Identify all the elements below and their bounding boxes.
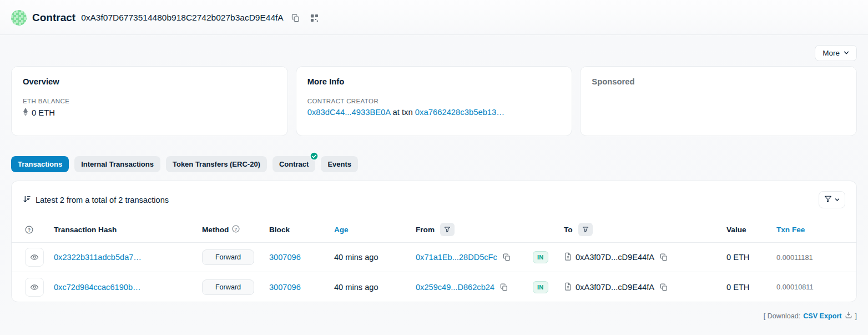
copy-from-icon[interactable] — [503, 253, 511, 261]
chevron-down-icon — [844, 49, 849, 57]
download-footer: [ Download: CSV Export ] — [11, 311, 857, 321]
creator-connector-text: at txn — [393, 108, 413, 117]
transactions-summary-text: Latest 2 from a total of 2 transactions — [36, 196, 169, 204]
block-link[interactable]: 3007096 — [269, 253, 301, 262]
transactions-summary: Latest 2 from a total of 2 transactions — [23, 195, 169, 205]
direction-badge: IN — [533, 281, 548, 293]
col-header-age[interactable]: Age — [334, 226, 416, 234]
table-header-row: ? Transaction Hash Method ? Block Age Fr… — [12, 215, 856, 243]
value-text: 0 ETH — [726, 253, 749, 262]
method-help-icon[interactable]: ? — [232, 225, 240, 234]
to-filter-icon[interactable] — [578, 223, 593, 236]
copy-address-icon[interactable] — [289, 11, 302, 24]
more-button[interactable]: More — [815, 45, 857, 61]
eth-balance-label: ETH BALANCE — [23, 98, 276, 104]
eth-balance-value: 0 ETH — [32, 108, 55, 117]
table-filter-button[interactable] — [819, 191, 845, 208]
tab-internal-transactions[interactable]: Internal Transactions — [74, 156, 160, 172]
tab-token-transfers[interactable]: Token Transfers (ERC-20) — [166, 156, 267, 172]
table-row: 0xc72d984ccac6190b… Forward 3007096 40 m… — [12, 272, 856, 302]
transactions-card: Latest 2 from a total of 2 transactions … — [11, 181, 857, 302]
creation-txn-link[interactable]: 0xa7662428c3b5eb13… — [415, 108, 504, 117]
transactions-card-header: Latest 2 from a total of 2 transactions — [12, 181, 856, 215]
page-title: Contract — [32, 12, 75, 24]
to-address-text: 0xA3f07D...cD9E44fA — [576, 253, 654, 262]
direction-badge: IN — [533, 251, 548, 263]
sponsored-card-title: Sponsored — [592, 77, 845, 86]
from-address-link[interactable]: 0x259c49...D862cb24 — [416, 283, 494, 292]
preview-eye-button[interactable] — [25, 278, 44, 297]
download-suffix-text: ] — [855, 312, 857, 320]
contract-creator-label: CONTRACT CREATOR — [307, 98, 561, 104]
txn-fee-text: 0.00010811 — [776, 283, 814, 291]
filter-funnel-icon — [824, 195, 832, 204]
chevron-down-icon — [835, 196, 840, 204]
age-text: 40 mins ago — [334, 283, 379, 292]
more-info-card: More Info CONTRACT CREATOR 0x83dC44...49… — [296, 66, 573, 136]
contract-file-icon — [564, 252, 572, 262]
eth-diamond-icon — [23, 108, 28, 118]
svg-text:?: ? — [235, 226, 238, 231]
info-cards: Overview ETH BALANCE 0 ETH More Info CON… — [11, 66, 857, 136]
tab-contract[interactable]: Contract — [272, 156, 315, 172]
copy-to-icon[interactable] — [660, 283, 668, 291]
copy-from-icon[interactable] — [500, 283, 508, 291]
tab-transactions[interactable]: Transactions — [11, 156, 69, 172]
method-badge: Forward — [202, 279, 254, 295]
tab-events[interactable]: Events — [321, 156, 358, 172]
col-header-txn-fee[interactable]: Txn Fee — [776, 226, 850, 234]
txn-fee-text: 0.00011181 — [776, 253, 813, 262]
col-header-from: From — [416, 223, 533, 236]
more-info-card-title: More Info — [307, 77, 561, 86]
contract-identicon-avatar — [11, 10, 27, 26]
table-row: 0x2322b311adcb5da7… Forward 3007096 40 m… — [12, 243, 856, 272]
svg-text:?: ? — [28, 227, 31, 232]
tab-contract-label: Contract — [279, 160, 309, 168]
eth-balance-value-row: 0 ETH — [23, 108, 276, 118]
page-header: Contract 0xA3f07D6773514480b918C2742b027… — [0, 0, 868, 35]
sort-icon — [23, 195, 31, 205]
to-address-text: 0xA3f07D...cD9E44fA — [576, 283, 654, 292]
block-link[interactable]: 3007096 — [269, 283, 301, 292]
csv-export-link[interactable]: CSV Export — [803, 312, 841, 320]
copy-to-icon[interactable] — [660, 253, 668, 261]
toolbar-row: More — [11, 45, 857, 61]
download-prefix-text: [ Download: — [764, 312, 801, 320]
overview-card-title: Overview — [23, 77, 276, 86]
from-address-link[interactable]: 0x71a1Eb...28DD5cFc — [416, 253, 497, 262]
col-header-block: Block — [269, 226, 334, 234]
from-filter-icon[interactable] — [440, 223, 455, 236]
creator-address-link[interactable]: 0x83dC44...4933BE0A — [307, 108, 391, 117]
verified-check-icon — [310, 152, 319, 161]
txn-hash-link[interactable]: 0xc72d984ccac6190b… — [54, 283, 141, 292]
header-help-icon[interactable]: ? — [25, 226, 54, 234]
download-icon[interactable] — [845, 311, 852, 321]
sponsored-card: Sponsored — [580, 66, 857, 136]
col-header-value: Value — [726, 226, 776, 234]
overview-card: Overview ETH BALANCE 0 ETH — [11, 66, 288, 136]
qr-code-icon[interactable] — [308, 11, 321, 24]
contract-file-icon — [564, 282, 572, 292]
col-header-to: To — [564, 223, 726, 236]
preview-eye-button[interactable] — [25, 248, 44, 267]
more-button-label: More — [822, 49, 840, 57]
tab-bar: Transactions Internal Transactions Token… — [11, 156, 857, 172]
col-header-transaction-hash: Transaction Hash — [54, 226, 202, 234]
txn-hash-link[interactable]: 0x2322b311adcb5da7… — [54, 253, 142, 262]
age-text: 40 mins ago — [334, 253, 379, 262]
col-header-method: Method ? — [202, 225, 269, 234]
method-badge: Forward — [202, 249, 254, 265]
contract-address: 0xA3f07D6773514480b918C2742b027b3acD9E44… — [81, 13, 284, 23]
contract-creator-row: 0x83dC44...4933BE0A at txn 0xa7662428c3b… — [307, 108, 561, 117]
value-text: 0 ETH — [726, 283, 749, 292]
